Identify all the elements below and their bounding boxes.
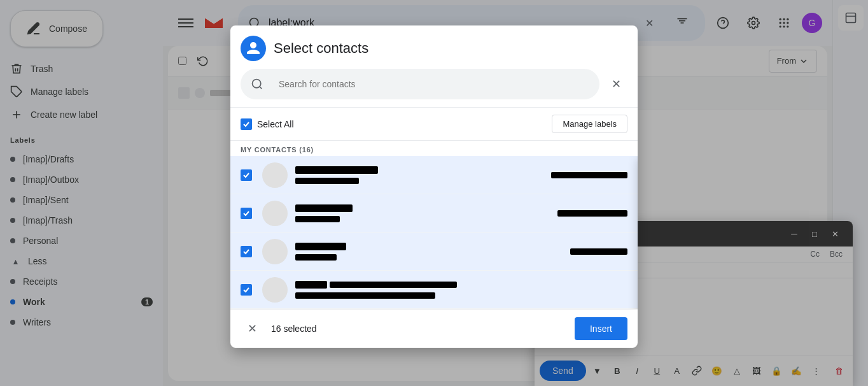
contact-row[interactable]: [230, 232, 638, 271]
contact-checkbox[interactable]: [241, 246, 252, 257]
select-contacts-dialog: Select contacts ✕ Select All Manage labe…: [230, 25, 638, 348]
dialog-footer: ✕ 16 selected Insert: [230, 309, 638, 348]
dialog-close-button[interactable]: ✕: [605, 73, 627, 96]
select-all-wrapper[interactable]: Select All: [241, 118, 294, 130]
contact-row[interactable]: [230, 271, 638, 309]
insert-button[interactable]: Insert: [575, 317, 627, 340]
contact-info: [295, 243, 425, 261]
svg-point-25: [253, 80, 261, 88]
contact-row[interactable]: [230, 156, 638, 194]
contact-name: [295, 281, 327, 289]
contact-email: [295, 254, 337, 261]
contact-info: [295, 166, 416, 184]
checkmark-icon: [242, 248, 250, 255]
checkmark-icon: [242, 120, 250, 128]
contact-info: [295, 204, 419, 222]
contact-name: [295, 243, 346, 250]
contact-name: [295, 166, 378, 174]
svg-line-26: [260, 87, 262, 89]
dialog-header: Select contacts: [230, 25, 638, 61]
select-all-checkbox[interactable]: [241, 118, 252, 130]
contact-email-right: [570, 248, 627, 255]
search-contacts-input[interactable]: [269, 74, 589, 94]
long-email: [330, 282, 457, 288]
contacts-list: My contacts Acquaintances All contacts C…: [230, 156, 638, 309]
contact-email-right: [551, 172, 627, 178]
selected-count-label: 16 selected: [271, 324, 567, 334]
contact-checkbox[interactable]: [241, 208, 252, 219]
select-all-label: Select All: [257, 119, 294, 129]
overlay: Select contacts ✕ Select All Manage labe…: [0, 0, 868, 386]
contact-email: [295, 216, 340, 222]
contact-checkbox[interactable]: [241, 284, 252, 296]
contact-avatar: [262, 239, 288, 264]
manage-labels-button[interactable]: Manage labels: [552, 115, 627, 133]
contact-email: [295, 178, 359, 184]
contact-email-full: [295, 292, 435, 299]
contacts-toolbar: Select All Manage labels: [230, 108, 638, 141]
person-icon: [241, 36, 266, 61]
checkmark-icon: [242, 171, 250, 179]
contact-checkbox[interactable]: [241, 169, 252, 181]
contact-row[interactable]: [230, 194, 638, 232]
dialog-search-icon: [251, 78, 263, 90]
dialog-search-container[interactable]: [241, 69, 599, 99]
contact-name: [295, 204, 353, 212]
clear-selection-button[interactable]: ✕: [241, 317, 263, 340]
dialog-title: Select contacts: [274, 40, 368, 57]
checkmark-icon: [242, 286, 250, 294]
contact-avatar: [262, 162, 288, 188]
checkmark-icon: [242, 210, 250, 217]
contact-avatar: [262, 277, 288, 303]
contacts-section-label: MY CONTACTS (16): [230, 141, 638, 156]
contact-avatar: [262, 201, 288, 226]
person-svg: [246, 41, 261, 56]
contact-info: [295, 281, 627, 299]
contact-email-right: [557, 210, 627, 217]
search-row: ✕: [230, 61, 638, 108]
